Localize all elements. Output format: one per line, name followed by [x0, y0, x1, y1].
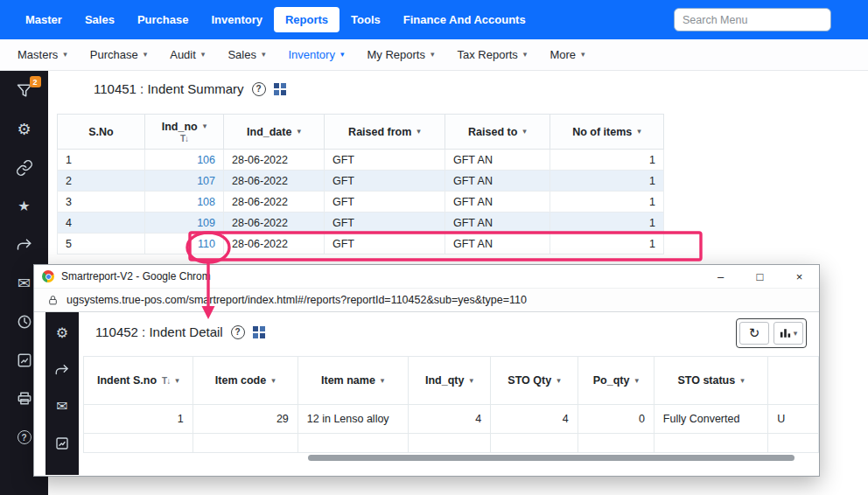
clock-icon[interactable]	[14, 311, 35, 332]
table-row: 1 106 28-06-2022 GFT GFT AN 1	[58, 150, 664, 171]
popup-page-title: 110452 : Indent Detail	[95, 324, 223, 339]
report-header: 110451 : Indent Summary ?	[94, 81, 286, 96]
help-circle-icon[interactable]: ?	[231, 325, 245, 339]
text-filter-icon[interactable]: T↓	[145, 134, 223, 143]
col-header-indno[interactable]: Ind_no▾ T↓	[145, 115, 224, 150]
lock-icon	[47, 295, 59, 306]
filter-icon[interactable]: 2	[14, 80, 35, 101]
col-header-po-qty[interactable]: Po_qty▾	[578, 357, 654, 405]
indent-detail-table: Indent S.noT↓▾ Item code▾ Item name▾ Ind…	[83, 356, 819, 453]
subnav-my-reports[interactable]: My Reports▾	[367, 48, 434, 61]
gear-icon[interactable]: ⚙	[52, 324, 72, 343]
subnav-masters[interactable]: Masters▾	[18, 48, 67, 61]
nav-sales[interactable]: Sales	[74, 7, 126, 32]
chevron-down-icon: ▾	[794, 330, 798, 338]
header-row: Indent S.noT↓▾ Item code▾ Item name▾ Ind…	[84, 357, 819, 405]
chevron-down-icon: ▾	[416, 128, 421, 136]
table-row: 5 110 28-06-2022 GFT GFT AN 1	[58, 234, 664, 254]
chevron-down-icon: ▾	[634, 377, 639, 385]
popup-window: Smartreport-V2 - Google Chrom – □ × ugsy…	[33, 264, 820, 477]
chevron-down-icon: ▾	[740, 377, 745, 385]
table-row: 1 29 12 in Lenso alloy 4 4 0 Fully Conve…	[84, 405, 819, 434]
horizontal-scrollbar[interactable]	[308, 455, 794, 461]
table-row: 3 108 28-06-2022 GFT GFT AN 1	[58, 192, 664, 213]
chevron-down-icon: ▾	[297, 128, 301, 136]
report-widget-icon[interactable]	[52, 434, 72, 453]
chevron-down-icon: ▾	[523, 51, 528, 59]
mail-icon[interactable]: ✉	[14, 273, 35, 294]
nav-inventory[interactable]: Inventory	[200, 7, 274, 32]
search-input[interactable]	[674, 8, 831, 31]
share-icon[interactable]	[14, 234, 35, 255]
subnav-purchase[interactable]: Purchase▾	[90, 48, 147, 61]
nav-reports[interactable]: Reports	[274, 7, 340, 32]
col-header-inddate[interactable]: Ind_date▾	[224, 115, 325, 150]
chevron-down-icon: ▾	[144, 51, 148, 59]
mail-icon[interactable]: ✉	[52, 397, 72, 416]
star-icon[interactable]: ★	[14, 196, 35, 217]
link-icon[interactable]	[14, 157, 35, 178]
ind-no-link[interactable]: 106	[197, 154, 215, 166]
ind-no-link-110[interactable]: 110	[198, 238, 215, 250]
chevron-down-icon: ▾	[637, 128, 641, 136]
minimize-button[interactable]: –	[701, 265, 740, 289]
help-circle-icon[interactable]: ?	[252, 82, 266, 96]
col-header-sto-status[interactable]: STO status▾	[654, 357, 767, 405]
report-widget-icon[interactable]	[14, 350, 35, 371]
search-container	[674, 8, 831, 31]
ind-no-link[interactable]: 107	[197, 175, 215, 187]
chevron-down-icon: ▾	[201, 51, 206, 59]
chevron-down-icon: ▾	[469, 377, 473, 385]
help-icon[interactable]: ?	[14, 427, 35, 448]
chevron-down-icon: ▾	[430, 51, 435, 59]
text-filter-icon: T↓	[162, 376, 170, 386]
nav-purchase[interactable]: Purchase	[126, 7, 200, 32]
window-title: Smartreport-V2 - Google Chrom	[61, 270, 211, 282]
col-header-no-of-items[interactable]: No of items▾	[550, 115, 664, 150]
popup-toolbar: ↻ ▾	[736, 318, 807, 348]
chevron-down-icon: ▾	[63, 51, 67, 59]
bar-chart-icon	[780, 328, 791, 338]
empty-row	[84, 434, 819, 453]
col-header-sto-qty[interactable]: STO Qty▾	[491, 357, 578, 405]
subnav-more[interactable]: More▾	[550, 48, 584, 61]
gear-icon[interactable]: ⚙	[14, 119, 35, 140]
reports-sub-nav: Masters▾ Purchase▾ Audit▾ Sales▾ Invento…	[0, 39, 868, 71]
close-button[interactable]: ×	[780, 265, 819, 289]
col-header-item-code[interactable]: Item code▾	[192, 357, 298, 405]
page-title: 110451 : Indent Summary	[94, 81, 244, 96]
share-icon[interactable]	[52, 360, 72, 380]
ind-no-link[interactable]: 109	[197, 217, 215, 229]
chevron-down-icon: ▾	[522, 128, 527, 136]
maximize-button[interactable]: □	[740, 265, 780, 289]
chevron-down-icon: ▾	[262, 51, 266, 59]
col-header-ind-qty[interactable]: Ind_qty▾	[408, 357, 491, 405]
chevron-down-icon: ▾	[175, 377, 179, 385]
grid-menu-icon[interactable]	[274, 83, 286, 95]
chevron-down-icon: ▾	[340, 51, 345, 59]
nav-master[interactable]: Master	[14, 7, 74, 32]
address-bar[interactable]: ugsystems.true-pos.com/smartreport/index…	[34, 289, 819, 312]
col-header-indent-sno[interactable]: Indent S.noT↓▾	[84, 357, 193, 405]
subnav-tax-reports[interactable]: Tax Reports▾	[457, 48, 527, 61]
col-header-raised-from[interactable]: Raised from▾	[325, 115, 445, 150]
refresh-button[interactable]: ↻	[739, 322, 769, 345]
subnav-inventory[interactable]: Inventory▾	[288, 48, 344, 61]
col-header-raised-to[interactable]: Raised to▾	[445, 115, 550, 150]
grid-menu-icon[interactable]	[253, 326, 265, 338]
window-title-bar: Smartreport-V2 - Google Chrom – □ ×	[34, 265, 819, 289]
chart-button[interactable]: ▾	[774, 322, 803, 345]
col-header-item-name[interactable]: Item name▾	[298, 357, 408, 405]
subnav-audit[interactable]: Audit▾	[170, 48, 205, 61]
popup-report-header: 110452 : Indent Detail ?	[95, 324, 265, 339]
window-controls: – □ ×	[701, 265, 819, 289]
col-header-sno: S.No	[58, 115, 145, 150]
nav-tools[interactable]: Tools	[340, 7, 392, 32]
nav-finance[interactable]: Finance And Accounts	[392, 7, 537, 32]
chevron-down-icon: ▾	[271, 377, 276, 385]
header-row: S.No Ind_no▾ T↓ Ind_date▾ Raised from▾ R…	[58, 115, 664, 150]
printer-icon[interactable]	[14, 388, 35, 409]
ind-no-link[interactable]: 108	[197, 196, 215, 208]
subnav-sales[interactable]: Sales▾	[228, 48, 265, 61]
top-nav: Master Sales Purchase Inventory Reports …	[0, 0, 868, 39]
